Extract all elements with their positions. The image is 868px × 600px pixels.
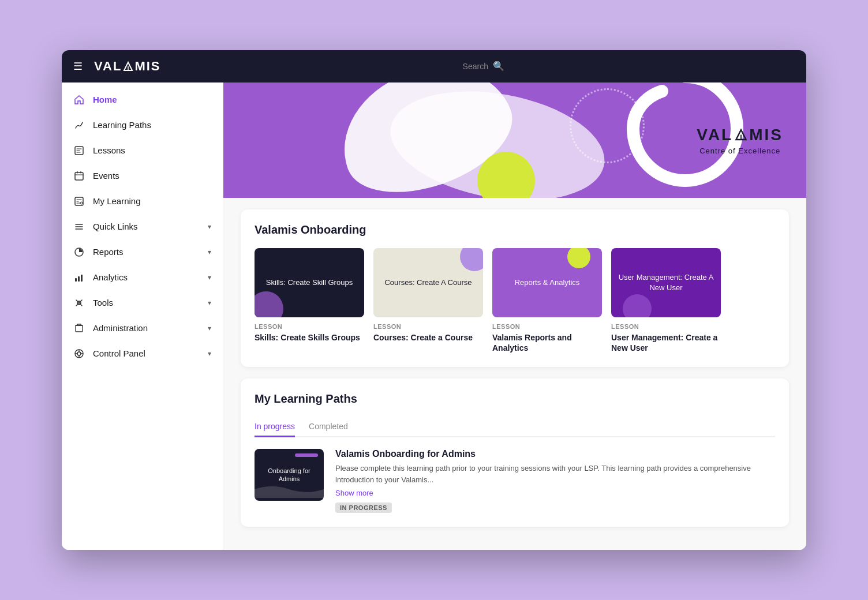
sidebar-control-panel-label: Control Panel — [93, 348, 200, 358]
search-area: Search 🔍 — [173, 61, 795, 72]
lesson-type-reports: LESSON — [492, 323, 602, 330]
lesson-name-skills: Skills: Create Skills Groups — [255, 332, 364, 343]
onboarding-section: Valamis Onboarding Skills: Create Skill … — [241, 209, 789, 367]
chevron-down-icon: ▾ — [208, 299, 211, 307]
learning-path-item-onboarding: Onboarding for Admins Valamis Onboarding… — [255, 449, 775, 513]
svg-rect-14 — [76, 325, 83, 332]
hero-logo-text: VAL MIS — [697, 125, 783, 144]
lesson-thumb-courses: Courses: Create A Course — [373, 248, 483, 317]
sidebar-item-quick-links[interactable]: Quick Links ▾ — [62, 214, 223, 239]
chevron-down-icon: ▾ — [208, 324, 211, 332]
sidebar-my-learning-label: My Learning — [93, 196, 211, 206]
sidebar-item-administration[interactable]: Administration ▾ — [62, 316, 223, 341]
tools-icon — [73, 297, 85, 309]
sidebar-reports-label: Reports — [93, 247, 200, 257]
sidebar-events-label: Events — [93, 171, 211, 181]
my-learning-paths-title: My Learning Paths — [255, 392, 775, 406]
sidebar-learning-paths-label: Learning Paths — [93, 120, 211, 130]
lp-description-onboarding: Please complete this learning path prior… — [335, 463, 775, 485]
administration-icon — [73, 322, 85, 334]
lesson-card-courses[interactable]: Courses: Create A Course LESSON Courses:… — [373, 248, 483, 353]
lesson-type-courses: LESSON — [373, 323, 483, 330]
sidebar-item-reports[interactable]: Reports ▾ — [62, 239, 223, 265]
tab-in-progress[interactable]: In progress — [255, 417, 295, 437]
content-sections: Valamis Onboarding Skills: Create Skill … — [223, 198, 806, 550]
lp-wave-icon — [255, 481, 324, 498]
lesson-name-courses: Courses: Create a Course — [373, 332, 483, 343]
sidebar-analytics-label: Analytics — [93, 272, 200, 282]
chevron-down-icon: ▾ — [208, 248, 211, 256]
sidebar-tools-label: Tools — [93, 298, 200, 308]
sidebar-home-label: Home — [93, 95, 211, 104]
hero-logo-mountain-icon — [735, 128, 747, 141]
analytics-icon — [73, 272, 85, 283]
lp-info-onboarding: Valamis Onboarding for Admins Please com… — [335, 449, 775, 513]
sidebar-item-lessons[interactable]: Lessons — [62, 138, 223, 163]
lp-status-badge: IN PROGRESS — [335, 502, 392, 513]
main-layout: Home Learning Paths L — [62, 82, 806, 550]
lesson-card-skills[interactable]: Skills: Create Skill Groups LESSON Skill… — [255, 248, 364, 353]
lp-show-more-link[interactable]: Show more — [335, 489, 775, 497]
svg-rect-3 — [75, 172, 83, 180]
lesson-thumb-user-mgmt: User Management: Create A New User — [611, 248, 721, 317]
sidebar-item-home[interactable]: Home — [62, 87, 223, 112]
lesson-name-reports: Valamis Reports and Analytics — [492, 332, 602, 353]
lesson-thumb-text-reports: Reports & Analytics — [492, 248, 602, 317]
my-learning-paths-section: My Learning Paths In progress Completed … — [241, 378, 789, 527]
lesson-card-user-mgmt[interactable]: User Management: Create A New User LESSO… — [611, 248, 721, 353]
hero-banner: VAL MIS Centre of Excellence — [223, 82, 806, 198]
reports-icon — [73, 246, 85, 258]
hero-logo-subtitle: Centre of Excellence — [697, 146, 783, 155]
app-window: ☰ VAL MIS Search 🔍 Home — [62, 50, 806, 550]
sidebar-item-learning-paths[interactable]: Learning Paths — [62, 112, 223, 138]
quick-links-icon — [73, 221, 85, 232]
lesson-thumb-text-skills: Skills: Create Skill Groups — [255, 248, 364, 317]
sidebar: Home Learning Paths L — [62, 82, 223, 550]
chevron-down-icon: ▾ — [208, 223, 211, 231]
chevron-down-icon: ▾ — [208, 350, 211, 358]
svg-rect-11 — [78, 276, 80, 282]
lp-thumb-onboarding: Onboarding for Admins — [255, 449, 324, 501]
content-area: VAL MIS Centre of Excellence Valamis Onb… — [223, 82, 806, 550]
app-logo: VAL MIS — [94, 59, 161, 74]
lesson-type-skills: LESSON — [255, 323, 364, 330]
home-icon — [73, 94, 85, 106]
hamburger-icon[interactable]: ☰ — [73, 60, 83, 73]
tab-completed[interactable]: Completed — [309, 417, 348, 437]
hero-logo: VAL MIS Centre of Excellence — [697, 125, 783, 155]
lesson-type-user-mgmt: LESSON — [611, 323, 721, 330]
svg-point-16 — [77, 352, 81, 355]
svg-rect-12 — [81, 275, 83, 282]
lesson-thumb-text-user-mgmt: User Management: Create A New User — [611, 248, 721, 317]
chevron-down-icon: ▾ — [208, 273, 211, 282]
lesson-thumb-reports: Reports & Analytics — [492, 248, 602, 317]
lesson-name-user-mgmt: User Management: Create a New User — [611, 332, 721, 353]
lesson-thumb-skills: Skills: Create Skill Groups — [255, 248, 364, 317]
logo-mountain-icon — [123, 61, 133, 72]
lesson-thumb-text-courses: Courses: Create A Course — [373, 248, 483, 317]
sidebar-item-my-learning[interactable]: My Learning — [62, 189, 223, 214]
sidebar-item-analytics[interactable]: Analytics ▾ — [62, 265, 223, 290]
svg-rect-10 — [75, 278, 77, 282]
lessons-icon — [73, 145, 85, 156]
events-icon — [73, 170, 85, 182]
top-nav: ☰ VAL MIS Search 🔍 — [62, 50, 806, 82]
lesson-card-reports[interactable]: Reports & Analytics LESSON Valamis Repor… — [492, 248, 602, 353]
lp-title-onboarding: Valamis Onboarding for Admins — [335, 449, 775, 459]
search-label: Search — [463, 62, 488, 71]
learning-paths-tabs: In progress Completed — [255, 417, 775, 437]
sidebar-lessons-label: Lessons — [93, 145, 211, 155]
sidebar-administration-label: Administration — [93, 323, 200, 333]
sidebar-item-events[interactable]: Events — [62, 163, 223, 189]
search-icon[interactable]: 🔍 — [493, 61, 504, 72]
sidebar-item-control-panel[interactable]: Control Panel ▾ — [62, 341, 223, 366]
lessons-grid: Skills: Create Skill Groups LESSON Skill… — [255, 248, 775, 353]
learning-paths-icon — [73, 119, 85, 131]
my-learning-icon — [73, 196, 85, 207]
sidebar-item-tools[interactable]: Tools ▾ — [62, 290, 223, 316]
control-panel-icon — [73, 348, 85, 359]
onboarding-title: Valamis Onboarding — [255, 223, 775, 237]
sidebar-quick-links-label: Quick Links — [93, 222, 200, 231]
